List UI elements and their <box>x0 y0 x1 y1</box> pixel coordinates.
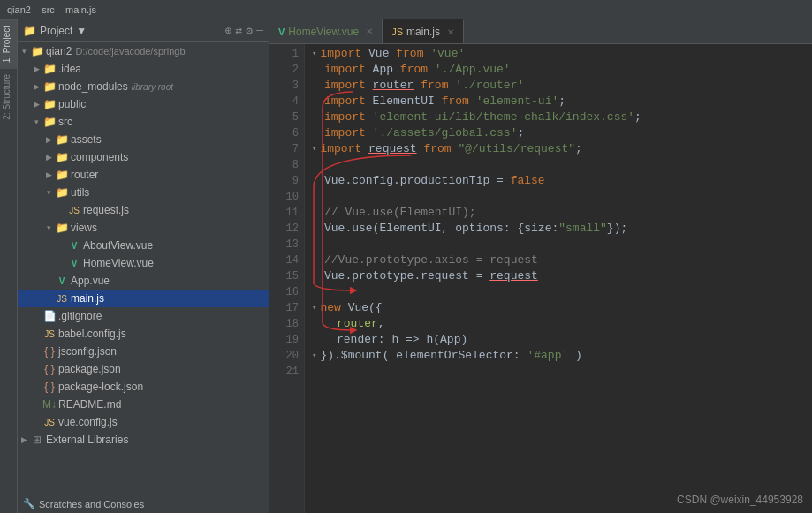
tree-label-home-view: HomeView.vue <box>83 257 154 269</box>
code-line-15: Vue.prototype.request = request <box>312 268 812 284</box>
tree-label-public: public <box>58 98 86 110</box>
tree-label-src: src <box>58 116 72 128</box>
arrow-utils: ▾ <box>42 188 55 197</box>
folder-icon-qian2: 📁 <box>30 45 44 57</box>
tab-mainjs[interactable]: JS main.js ✕ <box>383 19 464 43</box>
folder-icon-node-modules: 📁 <box>42 80 57 93</box>
tree-item-readme[interactable]: M↓ README.md <box>18 396 269 413</box>
arrow-node-modules: ▶ <box>30 82 42 91</box>
panel-dropdown-icon[interactable]: ▼ <box>76 25 87 37</box>
json-icon-jsconfig: { } <box>42 345 57 358</box>
folder-icon-views: 📁 <box>55 222 69 234</box>
vue-icon-app: V <box>55 276 69 286</box>
tree-label-readme: README.md <box>58 398 121 411</box>
code-line-18: router, <box>312 316 812 332</box>
line-numbers: 1 2 3 4 5 6 7 8 9 10 11 12 13 14 15 16 1… <box>269 44 305 513</box>
title-bar: qian2 – src – main.js <box>0 0 812 19</box>
tree-item-jsconfig[interactable]: { } jsconfig.json <box>18 343 269 360</box>
file-tree: ▾ 📁 qian2 D:/code/javacode/springb ▶ 📁 .… <box>18 42 269 494</box>
scratches-icon: 🔧 <box>23 498 35 509</box>
code-line-2: import App from './App.vue' <box>312 62 812 78</box>
vue-icon-tab-homeview: V <box>278 26 285 37</box>
tree-item-qian2[interactable]: ▾ 📁 qian2 D:/code/javacode/springb <box>18 42 269 60</box>
code-line-11: // Vue.use(ElementUI); <box>312 205 812 221</box>
code-line-21 <box>312 364 812 380</box>
vue-icon-about: V <box>67 241 81 251</box>
tree-item-package[interactable]: { } package.json <box>18 360 269 378</box>
vue-icon-home: V <box>67 259 81 268</box>
vertical-tab-structure[interactable]: 2: Structure <box>0 68 17 125</box>
tree-label-qian2: qian2 <box>46 45 72 57</box>
scratches-consoles-item[interactable]: 🔧 Scratches and Consoles <box>23 498 144 509</box>
code-line-3: import router from './router' <box>312 78 812 94</box>
tree-label-router: router <box>71 169 98 181</box>
tree-item-about-view[interactable]: V AboutView.vue <box>18 237 269 254</box>
arrow-idea: ▶ <box>30 64 42 73</box>
tree-label-components: components <box>71 151 128 163</box>
fold-marker-17: ▾ <box>312 300 316 316</box>
tree-label-views: views <box>71 222 97 234</box>
code-line-10 <box>312 189 812 205</box>
code-content: ▾import Vue from 'vue' import App from '… <box>305 44 812 513</box>
json-icon-package: { } <box>42 363 57 375</box>
tree-label-babel: babel.config.js <box>58 328 126 340</box>
file-icon-gitignore: 📄 <box>42 310 57 322</box>
tree-item-node-modules[interactable]: ▶ 📁 node_modules library root <box>18 78 269 95</box>
folder-icon-components: 📁 <box>55 151 69 163</box>
tree-item-package-lock[interactable]: { } package-lock.json <box>18 378 269 396</box>
tree-label-node-modules: node_modules <box>58 80 128 93</box>
panel-title: Project <box>40 25 72 37</box>
code-line-19: render: h => h(App) <box>312 332 812 348</box>
tree-item-babel[interactable]: JS babel.config.js <box>18 325 269 343</box>
bottom-bar: 🔧 Scratches and Consoles <box>18 494 269 513</box>
tree-item-src[interactable]: ▾ 📁 src <box>18 113 269 131</box>
minimize-icon[interactable]: — <box>256 24 263 37</box>
arrow-qian2: ▾ <box>18 47 30 56</box>
folder-icon-public: 📁 <box>42 98 57 110</box>
settings-icon[interactable]: ⚙ <box>246 24 253 38</box>
folder-icon-idea: 📁 <box>42 63 57 75</box>
arrow-router: ▶ <box>42 170 55 179</box>
router-identifier: router <box>373 78 414 94</box>
transfer-icon[interactable]: ⇄ <box>236 24 243 38</box>
tree-item-home-view[interactable]: V HomeView.vue <box>18 254 269 272</box>
tab-homeview[interactable]: V HomeView.vue ✕ <box>269 19 383 43</box>
folder-icon-router: 📁 <box>55 169 69 181</box>
arrow-components: ▶ <box>42 153 55 162</box>
add-icon[interactable]: ⊕ <box>225 24 232 38</box>
tree-label-ext-libs: External Libraries <box>46 434 128 446</box>
scratches-label: Scratches and Consoles <box>39 499 144 509</box>
tree-item-gitignore[interactable]: 📄 .gitignore <box>18 307 269 325</box>
title-text: qian2 – src – main.js <box>7 4 96 15</box>
vertical-tab-project[interactable]: 1: Project <box>0 19 17 68</box>
tree-item-main-js[interactable]: JS main.js <box>18 290 269 307</box>
tab-label-mainjs: main.js <box>406 26 440 38</box>
tree-item-idea[interactable]: ▶ 📁 .idea <box>18 60 269 78</box>
js-icon-main: JS <box>55 294 69 304</box>
fold-marker-1: ▾ <box>312 46 316 62</box>
code-line-13 <box>312 237 812 253</box>
kw-import-1: import <box>320 46 368 62</box>
tree-item-components[interactable]: ▶ 📁 components <box>18 148 269 166</box>
request-identifier: request <box>368 141 417 157</box>
tree-item-router[interactable]: ▶ 📁 router <box>18 166 269 184</box>
tree-item-public[interactable]: ▶ 📁 public <box>18 95 269 113</box>
tree-item-app-vue[interactable]: V App.vue <box>18 272 269 290</box>
tree-label-main-js: main.js <box>71 292 104 305</box>
tab-close-mainjs[interactable]: ✕ <box>447 27 454 37</box>
arrow-assets: ▶ <box>42 135 55 144</box>
tree-item-utils[interactable]: ▾ 📁 utils <box>18 184 269 201</box>
code-line-12: Vue.use(ElementUI, options: {size:"small… <box>312 221 812 237</box>
tree-item-views[interactable]: ▾ 📁 views <box>18 219 269 237</box>
tree-item-vue-config[interactable]: JS vue.config.js <box>18 413 269 431</box>
tab-close-homeview[interactable]: ✕ <box>366 26 373 36</box>
tree-item-assets[interactable]: ▶ 📁 assets <box>18 131 269 148</box>
js-icon-babel: JS <box>42 329 57 339</box>
tree-item-request-js[interactable]: JS request.js <box>18 201 269 219</box>
code-line-8 <box>312 157 812 173</box>
code-line-5: import 'element-ui/lib/theme-chalk/index… <box>312 109 812 125</box>
tree-item-ext-libs[interactable]: ▶ ⊞ External Libraries <box>18 431 269 449</box>
router-ref: router <box>337 316 378 332</box>
code-line-4: import ElementUI from 'element-ui'; <box>312 94 812 109</box>
js-icon-request: JS <box>67 206 81 215</box>
